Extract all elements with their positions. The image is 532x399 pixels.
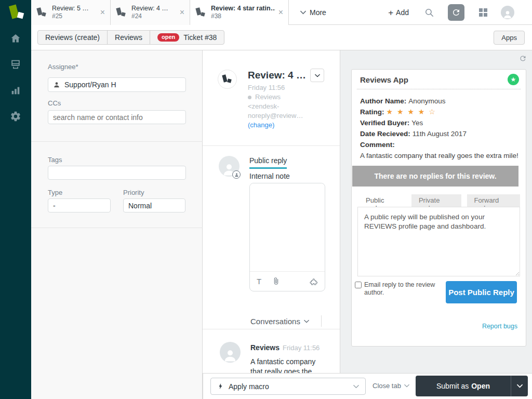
ccs-input[interactable] xyxy=(48,110,186,124)
chevron-down-icon xyxy=(315,74,320,77)
requester-name: Reviews xyxy=(255,93,281,101)
tab-public-reply[interactable]: Public reply xyxy=(249,156,287,169)
user-avatar[interactable] xyxy=(501,6,514,19)
public-reply-textarea[interactable]: A public reply will be published on your… xyxy=(357,207,520,276)
review-comment-text: A fantastic company that really goes the… xyxy=(360,150,518,161)
apply-macro-select[interactable]: Apply macro xyxy=(210,378,366,395)
ticket-title-dropdown[interactable] xyxy=(310,69,324,82)
review-details: Author Name:Anonymous Rating:★ ★ ★ ★ ☆ V… xyxy=(360,96,518,161)
ticket-meta: Friday 11:56 Reviews <zendesk- noreply@r… xyxy=(248,83,315,130)
ticket-label: Ticket #38 xyxy=(183,33,217,42)
apps-grid-icon[interactable] xyxy=(479,8,487,17)
refresh-icon xyxy=(451,8,461,17)
views-icon xyxy=(10,59,21,70)
review-comment-label: Comment: xyxy=(360,139,518,150)
tab-title: Review: 5 … xyxy=(52,5,89,13)
email-reply-label: Email reply to the review author. xyxy=(364,281,444,297)
ticket-panel: Review: 4 … Friday 11:56 Reviews <zendes… xyxy=(203,50,340,373)
review-rating-row: Rating:★ ★ ★ ★ ☆ xyxy=(360,107,518,117)
reviews-app-star-icon: ★ xyxy=(508,74,519,85)
zendesk-agent-workspace: Review: 5 … #25 × Review: 4 … #24 × Revi… xyxy=(0,0,532,399)
zendesk-logo[interactable] xyxy=(0,0,31,25)
reviews-app-icon xyxy=(36,6,48,19)
conversations-dropdown[interactable]: Conversations xyxy=(250,317,309,326)
close-icon[interactable]: × xyxy=(97,8,105,17)
composer-toolbar: T xyxy=(250,271,325,291)
divider xyxy=(203,329,340,329)
ticket-tab-24[interactable]: Review: 4 … #24 × xyxy=(111,0,190,25)
close-tab-dropdown[interactable]: Close tab xyxy=(373,382,409,390)
email-reply-option: Email reply to the review author. xyxy=(355,281,444,297)
submit-label: Submit as xyxy=(436,382,469,390)
submit-options-caret[interactable] xyxy=(511,376,528,396)
chevron-down-icon xyxy=(517,384,523,388)
tags-input[interactable] xyxy=(48,166,186,180)
refresh-views-button[interactable] xyxy=(448,4,464,21)
ticket-tab-38-active[interactable]: Review: 4 star ratin… #38 × xyxy=(190,0,289,25)
close-icon[interactable]: × xyxy=(275,8,283,17)
conversation-time: Friday 11:56 xyxy=(283,344,320,352)
top-bar: Review: 5 … #25 × Review: 4 … #24 × Revi… xyxy=(0,0,532,25)
text-format-icon[interactable]: T xyxy=(257,277,261,286)
review-date-row: Date Recieved:11th August 2017 xyxy=(360,128,518,139)
breadcrumb-reviews-create[interactable]: Reviews (create) xyxy=(37,30,108,45)
breadcrumb-ticket[interactable]: open Ticket #38 xyxy=(150,30,224,45)
puzzle-icon[interactable] xyxy=(309,277,318,286)
tab-internal-note[interactable]: Internal note xyxy=(249,172,290,180)
ticket-tab-25[interactable]: Review: 5 … #25 × xyxy=(31,0,111,25)
paperclip-icon[interactable] xyxy=(272,277,281,286)
search-icon[interactable] xyxy=(424,8,434,18)
requester-avatar xyxy=(218,70,237,89)
close-icon[interactable]: × xyxy=(177,8,184,17)
sidebar-item-settings[interactable] xyxy=(9,110,22,123)
divider xyxy=(31,228,203,228)
plus-icon: + xyxy=(388,8,393,17)
tab-ticket-number: #38 xyxy=(211,12,275,20)
ticket-footer: Apply macro Close tab Submit as Open xyxy=(203,373,532,399)
review-verified-row: Verified Buyer:Yes xyxy=(360,117,518,128)
email-reply-checkbox[interactable] xyxy=(355,282,362,288)
submit-as-open-button[interactable]: Submit as Open xyxy=(416,376,511,396)
review-author-row: Author Name:Anonymous xyxy=(360,96,518,107)
tab-ticket-number: #25 xyxy=(52,12,89,20)
type-label: Type xyxy=(48,189,62,196)
divider xyxy=(321,315,322,327)
more-tabs-dropdown[interactable]: More xyxy=(289,0,338,25)
gear-icon xyxy=(10,111,21,122)
sidebar-item-home[interactable] xyxy=(9,32,22,45)
priority-label: Priority xyxy=(123,189,144,196)
tab-title: Review: 4 … xyxy=(131,5,168,13)
refresh-apps-icon[interactable] xyxy=(519,55,527,62)
breadcrumb-reviews[interactable]: Reviews xyxy=(107,30,150,45)
submit-status: Open xyxy=(471,382,490,390)
add-button[interactable]: + Add xyxy=(388,8,409,17)
tags-label: Tags xyxy=(48,156,62,164)
requester-email-line1: <zendesk- xyxy=(248,102,315,111)
person-icon xyxy=(53,81,60,88)
breadcrumb: Reviews (create) Reviews open Ticket #38 xyxy=(37,30,224,45)
apply-macro-label: Apply macro xyxy=(229,382,269,391)
reply-composer: T xyxy=(249,183,325,291)
sidebar-item-views[interactable] xyxy=(9,58,22,71)
submit-button-group: Submit as Open xyxy=(416,376,528,396)
change-requester-link[interactable]: (change) xyxy=(248,121,315,130)
post-public-reply-button[interactable]: Post Public Reply xyxy=(446,281,517,303)
ticket-timestamp: Friday 11:56 xyxy=(248,83,315,92)
status-badge: open xyxy=(157,33,179,42)
assignee-field[interactable]: Support/Ryan H xyxy=(48,77,186,92)
reviews-app-icon xyxy=(116,6,127,19)
priority-select[interactable] xyxy=(123,198,185,212)
agent-badge-icon xyxy=(232,170,241,179)
apps-sidebar: Reviews App ★ Author Name:Anonymous Rati… xyxy=(340,50,532,399)
report-bugs-link[interactable]: Report bugs xyxy=(482,323,517,330)
divider xyxy=(31,141,203,142)
ticket-fields-panel: Assignee* Support/Ryan H CCs Tags Type P… xyxy=(31,50,203,399)
apps-button[interactable]: Apps xyxy=(494,31,525,45)
conversation-avatar xyxy=(220,342,241,363)
sidebar-item-reports[interactable] xyxy=(9,84,22,97)
conversation-author: Reviews xyxy=(250,343,280,352)
type-select[interactable] xyxy=(48,198,111,212)
requester-email-line2: noreply@review… xyxy=(248,111,315,121)
no-replies-banner: There are no replies for this review. xyxy=(352,166,518,187)
reply-textarea[interactable] xyxy=(250,183,325,271)
